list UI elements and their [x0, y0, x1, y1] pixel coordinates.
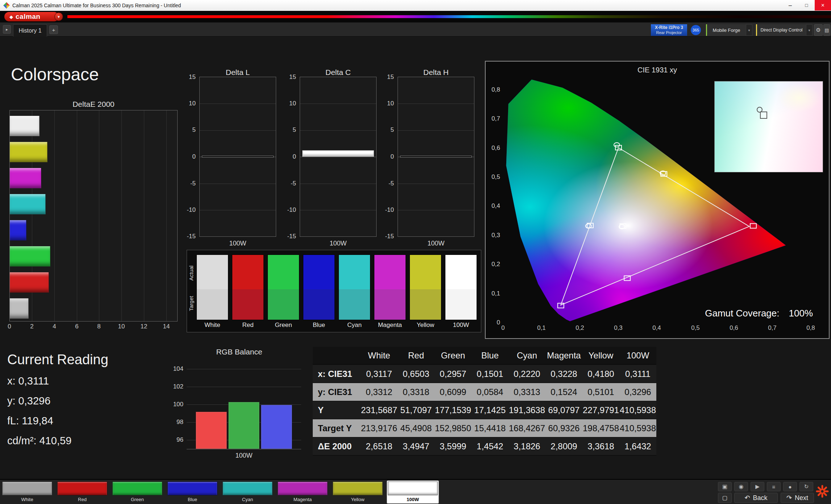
app-icon: [3, 2, 10, 10]
pattern-label: Green: [112, 497, 163, 502]
deltae-x-tick: 2: [30, 323, 33, 330]
history-expander-button[interactable]: ▸: [3, 25, 11, 34]
pattern-button-red[interactable]: Red: [57, 481, 108, 503]
delta-y-tick: -5: [178, 180, 196, 187]
add-tab-button[interactable]: +: [49, 25, 58, 34]
swatch-row-label-target: Target: [188, 288, 195, 319]
capture-icon[interactable]: ▣: [718, 482, 732, 491]
delta-y-tick: 5: [178, 126, 196, 134]
next-button[interactable]: ↷ Next: [781, 493, 814, 503]
table-cell: 3,5999: [435, 437, 471, 455]
table-cell: 60,9326: [545, 419, 582, 437]
rgb-balance-title: RGB Balance: [216, 348, 262, 356]
logo-menu-button[interactable]: ▾: [54, 12, 63, 21]
play-icon[interactable]: ▶: [751, 482, 764, 491]
swatch-cyan-target: [339, 289, 370, 320]
pattern-window-button[interactable]: ▢: [718, 493, 732, 503]
bottom-bar: White Red Green Blue Cyan Magenta Yellow: [0, 479, 831, 504]
meter-selector-button[interactable]: X-Rite i1Pro 3 Rear Projector: [651, 24, 687, 36]
pattern-button-cyan[interactable]: Cyan: [222, 481, 273, 503]
tab-history-1[interactable]: History 1: [13, 24, 47, 37]
delta-y-tick: 5: [376, 126, 394, 134]
delta-y-tick: -15: [278, 233, 296, 240]
swatch-cyan: [338, 255, 370, 320]
pattern-label: Yellow: [332, 497, 383, 502]
cie-y-tick: 0,4: [487, 202, 500, 210]
swatch-red-actual: [232, 255, 263, 289]
pattern-button-100w[interactable]: 100W: [387, 481, 439, 503]
current-reading-y: y: 0,3296: [7, 395, 50, 407]
delta-y-tick: 10: [278, 100, 296, 107]
table-cell: 198,4758: [582, 419, 619, 437]
pattern-button-green[interactable]: Green: [112, 481, 163, 503]
table-col-100w: 100W: [619, 347, 656, 365]
spectrum-strip: [67, 15, 831, 18]
gamut-coverage-label: Gamut Coverage:: [705, 308, 779, 319]
pattern-button-yellow[interactable]: Yellow: [332, 481, 383, 503]
deltae-x-tick: 4: [53, 323, 56, 330]
cie-x-tick: 0: [501, 324, 504, 332]
brand-row: ◆ calman ▾: [0, 11, 831, 22]
table-cell: 0,6503: [398, 365, 435, 383]
deltae-bar-cyan: [10, 194, 46, 214]
rgb-y-tick: 104: [159, 365, 183, 373]
pattern-button-magenta[interactable]: Magenta: [277, 481, 328, 503]
delta-y-tick: -15: [178, 233, 196, 240]
license-badge[interactable]: 365: [691, 25, 701, 35]
source-chevron-button[interactable]: ▾: [746, 24, 752, 36]
table-cell: 0,4180: [582, 365, 619, 383]
table-cell: 0,6099: [435, 383, 471, 401]
pattern-button-blue[interactable]: Blue: [167, 481, 218, 503]
deltae-x-tick: 12: [141, 323, 147, 330]
record-icon[interactable]: ●: [783, 482, 797, 491]
pattern-chip: [388, 482, 438, 495]
table-cell: 0,3313: [508, 383, 545, 401]
gamut-coverage-value: 100%: [789, 308, 813, 319]
swatch-red: [232, 255, 264, 320]
pattern-chip: [112, 482, 162, 495]
swatch-label: Magenta: [378, 322, 402, 329]
close-button[interactable]: ×: [815, 0, 831, 10]
delta-y-tick: -15: [376, 233, 394, 240]
back-button[interactable]: ↶ Back: [734, 493, 778, 503]
deltae-bar-blue: [10, 220, 26, 240]
swatch-row-label-actual: Actual: [188, 257, 195, 289]
pattern-label: 100W: [387, 497, 439, 502]
table-row-label: ΔE 2000: [313, 437, 361, 455]
rgb-y-tick: 100: [159, 401, 183, 408]
maximize-button[interactable]: □: [798, 0, 815, 10]
delta-c-title: Delta C: [325, 68, 351, 77]
swatch-red-target: [232, 289, 263, 320]
delta-y-tick: -10: [376, 206, 394, 214]
swatch-cyan-actual: [339, 255, 370, 289]
delta-y-tick: 10: [178, 100, 196, 107]
delta-y-tick: -5: [376, 180, 394, 187]
target-icon[interactable]: ◉: [734, 482, 748, 491]
levels-icon[interactable]: ≡: [767, 482, 781, 491]
display-control-button[interactable]: Direct Display Control: [756, 24, 806, 36]
window-title: Calman 2025 Calman Ultimate for Business…: [12, 3, 181, 8]
rgb-bar-green: [228, 402, 259, 449]
minimize-button[interactable]: –: [782, 0, 798, 10]
cie-x-tick: 0,1: [537, 324, 546, 332]
gear-icon[interactable]: ⚙: [814, 24, 823, 36]
refresh-icon[interactable]: ↻: [799, 482, 813, 491]
layout-icon[interactable]: ▤: [823, 24, 830, 36]
delta-h-x-label: 100W: [427, 240, 444, 247]
calman-logo[interactable]: ◆ calman: [4, 12, 59, 21]
pattern-button-white[interactable]: White: [1, 481, 53, 503]
table-cell: 0,5101: [582, 383, 619, 401]
cie-x-tick: 0,3: [614, 324, 623, 332]
delta-c-chart: [300, 77, 377, 237]
rgb-bar-red: [196, 412, 227, 449]
delta-c-positive-area: [302, 77, 374, 157]
table-cell: 2,6518: [361, 437, 398, 455]
deltae-bar-yellow: [10, 142, 47, 162]
swatch-panel: Actual Target: [187, 250, 481, 332]
pattern-label: Blue: [167, 497, 218, 502]
source-selector-button[interactable]: Mobile Forge: [706, 24, 746, 36]
delta-y-tick: 10: [376, 100, 394, 107]
swatch-blue-target: [303, 289, 335, 320]
current-reading-title: Current Reading: [7, 352, 108, 368]
display-chevron-button[interactable]: ▾: [806, 24, 813, 36]
